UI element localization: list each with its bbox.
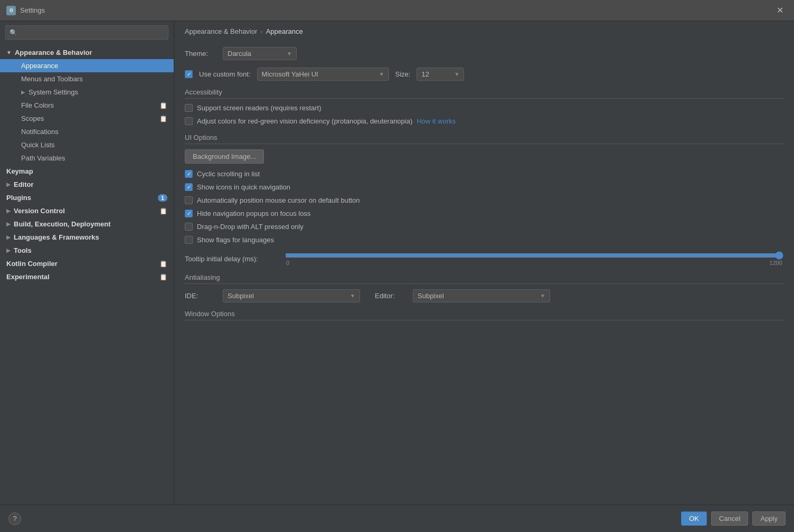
sidebar-item-path-variables[interactable]: Path Variables (0, 151, 174, 165)
theme-label: Theme: (185, 50, 216, 58)
cyclic-scrolling-label: Cyclic scrolling in list (197, 170, 260, 178)
settings-panel: Appearance & Behavior › Appearance Theme… (174, 21, 794, 505)
show-icons-row: ✓ Show icons in quick navigation (185, 183, 783, 191)
editor-antialiasing-dropdown[interactable]: Subpixel ▼ (413, 289, 550, 302)
breadcrumb-current: Appearance (266, 27, 303, 35)
search-input[interactable] (5, 25, 168, 40)
size-label: Size: (395, 70, 411, 78)
theme-value: Darcula (228, 50, 251, 58)
cyclic-scrolling-checkbox[interactable]: ✓ (185, 170, 193, 178)
help-button[interactable]: ? (8, 512, 21, 525)
theme-dropdown[interactable]: Darcula ▼ (223, 47, 297, 60)
slider-min: 0 (286, 260, 289, 266)
hide-nav-popups-checkbox[interactable]: ✓ (185, 210, 193, 217)
search-icon: 🔍 (10, 29, 17, 36)
cyclic-scrolling-row: ✓ Cyclic scrolling in list (185, 170, 783, 178)
panel-content: Theme: Darcula ▼ ✓ Use custom font: Micr… (174, 42, 794, 336)
sidebar-item-scopes[interactable]: Scopes 📋 (0, 112, 174, 125)
auto-position-row: Automatically position mouse cursor on d… (185, 196, 783, 204)
window-options-header: Window Options (185, 310, 783, 320)
sidebar-item-menus-toolbars[interactable]: Menus and Toolbars (0, 72, 174, 86)
sidebar-item-label: Path Variables (21, 154, 65, 162)
tooltip-slider-row: Tooltip initial delay (ms): 0 1200 (185, 251, 783, 266)
sidebar-item-build-execution[interactable]: ▶ Build, Execution, Deployment (0, 217, 174, 231)
screen-readers-label: Support screen readers (requires restart… (197, 104, 322, 112)
sidebar-item-label: Scopes (21, 115, 44, 122)
expand-icon: ▶ (6, 234, 11, 240)
sidebar-item-tools[interactable]: ▶ Tools (0, 244, 174, 257)
editor-antialiasing-value: Subpixel (418, 292, 444, 300)
titlebar-left: ⚙ Settings (6, 6, 45, 15)
sidebar-item-label: Appearance & Behavior (15, 49, 92, 56)
ide-antialiasing-dropdown[interactable]: Subpixel ▼ (223, 289, 360, 302)
sidebar-item-system-settings[interactable]: ▶ System Settings (0, 86, 174, 99)
sidebar-item-quick-lists[interactable]: Quick Lists (0, 138, 174, 151)
copy-icon: 📋 (159, 207, 167, 215)
drag-drop-row: Drag-n-Drop with ALT pressed only (185, 223, 783, 231)
accessibility-label: Accessibility (185, 88, 225, 96)
copy-icon: 📋 (159, 273, 167, 281)
sidebar-item-languages-frameworks[interactable]: ▶ Languages & Frameworks (0, 231, 174, 244)
tooltip-slider[interactable] (285, 251, 783, 260)
sidebar-item-label: Tools (14, 246, 32, 254)
tooltip-slider-wrap: 0 1200 (285, 251, 783, 266)
antialiasing-label: Antialiasing (185, 273, 223, 281)
show-flags-checkbox[interactable] (185, 236, 193, 244)
breadcrumb-separator: › (260, 27, 262, 35)
apply-button[interactable]: Apply (752, 511, 786, 526)
sidebar-item-label: Version Control (14, 207, 65, 215)
color-adjust-row: Adjust colors for red-green vision defic… (185, 117, 783, 125)
font-dropdown[interactable]: Microsoft YaHei UI ▼ (257, 68, 389, 81)
sidebar-item-label: Kotlin Compiler (6, 260, 58, 268)
editor-label: Editor: (375, 292, 407, 300)
background-image-button[interactable]: Background Image... (185, 149, 264, 164)
sidebar-item-label: Menus and Toolbars (21, 75, 83, 83)
window-title: Settings (20, 6, 45, 14)
bottom-bar: ? OK Cancel Apply (0, 505, 794, 532)
close-button[interactable]: ✕ (772, 3, 788, 17)
screen-readers-row: Support screen readers (requires restart… (185, 104, 783, 112)
copy-icon: 📋 (159, 115, 167, 122)
drag-drop-checkbox[interactable] (185, 223, 193, 231)
sidebar-item-experimental[interactable]: Experimental 📋 (0, 270, 174, 283)
show-icons-checkbox[interactable]: ✓ (185, 183, 193, 191)
sidebar-item-keymap[interactable]: Keymap (0, 165, 174, 178)
settings-window: ⚙ Settings ✕ 🔍 ▼ Appearance & Behavior A… (0, 0, 794, 532)
sidebar-item-file-colors[interactable]: File Colors 📋 (0, 99, 174, 112)
sidebar-item-plugins[interactable]: Plugins 1 (0, 191, 174, 204)
breadcrumb: Appearance & Behavior › Appearance (174, 21, 794, 42)
chevron-down-icon: ▼ (540, 293, 545, 299)
screen-readers-checkbox[interactable] (185, 104, 193, 112)
sidebar-item-label: Languages & Frameworks (14, 233, 99, 241)
sidebar-item-label: File Colors (21, 101, 54, 109)
sidebar-item-label: System Settings (29, 88, 78, 96)
expand-icon: ▼ (6, 50, 12, 55)
hide-nav-popups-row: ✓ Hide navigation popups on focus loss (185, 210, 783, 217)
custom-font-checkbox[interactable]: ✓ (185, 70, 193, 78)
sidebar-item-version-control[interactable]: ▶ Version Control 📋 (0, 204, 174, 217)
tooltip-label: Tooltip initial delay (ms): (185, 255, 280, 263)
sidebar-item-appearance-behavior[interactable]: ▼ Appearance & Behavior (0, 46, 174, 59)
sidebar-item-label: Editor (14, 180, 34, 188)
color-adjust-checkbox[interactable] (185, 117, 193, 125)
sidebar-item-editor[interactable]: ▶ Editor (0, 178, 174, 191)
show-flags-label: Show flags for languages (197, 236, 274, 244)
accessibility-header: Accessibility (185, 88, 783, 99)
chevron-down-icon: ▼ (455, 71, 460, 77)
sidebar-item-kotlin-compiler[interactable]: Kotlin Compiler 📋 (0, 257, 174, 270)
sidebar-item-appearance[interactable]: Appearance (0, 59, 174, 72)
background-image-row: Background Image... (185, 149, 783, 164)
how-it-works-link[interactable]: How it works (417, 117, 456, 125)
expand-icon: ▶ (6, 248, 11, 253)
sidebar-item-label: Keymap (6, 167, 33, 175)
ok-button[interactable]: OK (681, 511, 707, 526)
show-icons-label: Show icons in quick navigation (197, 183, 290, 191)
sidebar-item-notifications[interactable]: Notifications (0, 125, 174, 138)
copy-icon: 📋 (159, 102, 167, 109)
ide-antialiasing-value: Subpixel (228, 292, 254, 300)
size-dropdown[interactable]: 12 ▼ (417, 68, 464, 81)
auto-position-checkbox[interactable] (185, 196, 193, 204)
sidebar-item-label: Build, Execution, Deployment (14, 220, 110, 228)
cancel-button[interactable]: Cancel (711, 511, 748, 526)
expand-icon: ▶ (21, 89, 25, 95)
